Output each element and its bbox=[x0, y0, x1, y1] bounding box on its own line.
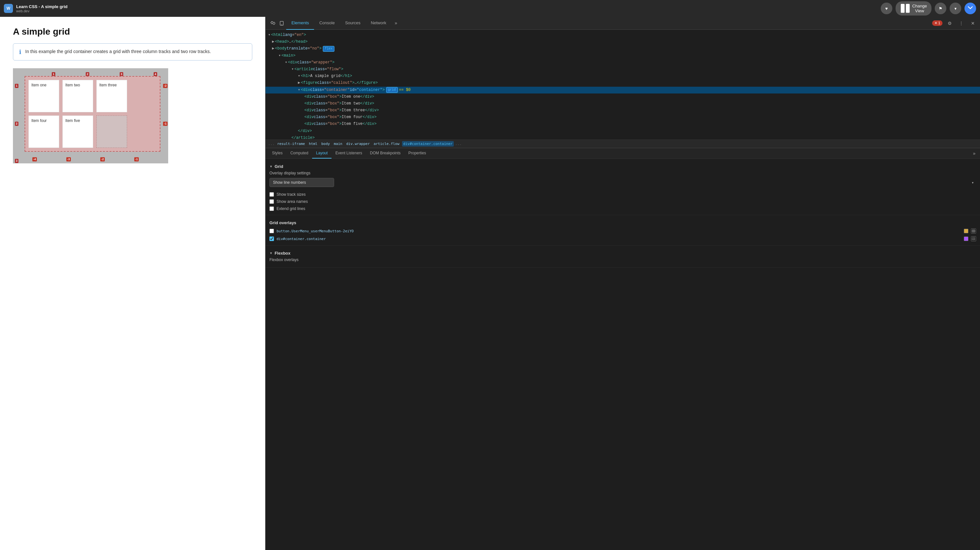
bc-main[interactable]: main bbox=[332, 141, 344, 147]
device-icon[interactable] bbox=[277, 19, 286, 28]
dom-line[interactable]: ▾ <article class="flow" > bbox=[266, 66, 980, 73]
preview-panel: A simple grid ℹ In this example the grid… bbox=[0, 17, 265, 550]
overlay-checkbox-2[interactable] bbox=[269, 236, 274, 241]
dom-line[interactable]: ▾ <main> bbox=[266, 53, 980, 59]
show-area-names-row[interactable]: Show area names bbox=[269, 198, 976, 205]
show-area-names-checkbox[interactable] bbox=[269, 199, 274, 204]
dom-line[interactable]: <div class="box" >Item five</div> bbox=[266, 121, 980, 128]
dom-line[interactable]: <div class="box" >Item one</div> bbox=[266, 94, 980, 100]
tab-event-listeners[interactable]: Event Listeners bbox=[331, 148, 366, 158]
show-track-sizes-checkbox[interactable] bbox=[269, 192, 274, 197]
flexbox-section-label: Flexbox bbox=[275, 251, 290, 256]
overlay-checkbox-1[interactable] bbox=[269, 229, 274, 233]
grid-arrow: ▼ bbox=[269, 165, 273, 168]
extend-grid-lines-checkbox[interactable] bbox=[269, 206, 274, 211]
dom-line[interactable]: <div class="box" >Item four</div> bbox=[266, 114, 980, 121]
tab-network[interactable]: Network bbox=[366, 17, 392, 30]
overlay-row-1: button.UserMenu_userMenuButton-2eiYO bbox=[269, 227, 976, 235]
line-numbers-select[interactable]: Show line numbers Show track sizes Show … bbox=[269, 178, 334, 187]
tab-more[interactable]: » bbox=[391, 17, 401, 30]
tab-computed[interactable]: Computed bbox=[286, 148, 312, 158]
flexbox-overlays-label: Flexbox overlays bbox=[269, 258, 976, 262]
dom-line[interactable]: ▶ <body translate="no" > flex bbox=[266, 45, 980, 52]
dom-line-selected[interactable]: ▾ <div class="container" id="container" … bbox=[266, 87, 980, 94]
grid-cell-1: Item one bbox=[29, 80, 59, 112]
layout-panel: ▼ Grid Overlay display settings Show lin… bbox=[266, 159, 980, 550]
dom-line[interactable]: ▾ <h1>A simple grid</h1> bbox=[266, 73, 980, 80]
tab-sources[interactable]: Sources bbox=[340, 17, 366, 30]
site-url: web.dev bbox=[16, 9, 68, 13]
dom-line[interactable]: ▾ <div class="wrapper" > bbox=[266, 59, 980, 66]
select-wrapper: Show line numbers Show track sizes Show … bbox=[269, 178, 976, 187]
bc-end-ellipsis[interactable]: ... bbox=[455, 142, 461, 146]
overlay-color-1[interactable] bbox=[964, 229, 968, 233]
dom-line[interactable]: <div class="box" >Item three</div> bbox=[266, 107, 980, 114]
flexbox-arrow: ▼ bbox=[269, 251, 273, 255]
breadcrumb: ... result-iframe html body main div.wra… bbox=[266, 140, 980, 148]
panel-tabs: Styles Computed Layout Event Listeners D… bbox=[266, 148, 980, 159]
bc-ellipsis[interactable]: ... bbox=[268, 142, 275, 146]
bc-html[interactable]: html bbox=[308, 141, 319, 147]
info-icon: ℹ bbox=[19, 49, 21, 56]
overlay-grid-icon-2[interactable] bbox=[971, 236, 976, 241]
tab-styles[interactable]: Styles bbox=[268, 148, 286, 158]
dom-line[interactable]: <div class="box" >Item two</div> bbox=[266, 100, 980, 107]
dom-line[interactable]: </div> bbox=[266, 128, 980, 135]
ps-button[interactable] bbox=[964, 3, 976, 14]
overlay-settings-label: Overlay display settings bbox=[269, 171, 976, 175]
grid-background: 1 2 3 4 -3 1 2 3 -2 -1 -4 -3 -2 -1 bbox=[13, 68, 168, 163]
dom-line[interactable]: ▾ <html lang="en" > bbox=[266, 32, 980, 38]
bc-article-flow[interactable]: article.flow bbox=[372, 141, 401, 147]
bc-body[interactable]: body bbox=[320, 141, 331, 147]
dom-line[interactable]: </article> bbox=[266, 135, 980, 140]
show-area-names-label: Show area names bbox=[277, 199, 308, 204]
bc-result-iframe[interactable]: result-iframe bbox=[276, 141, 306, 147]
change-view-button[interactable]: Change View bbox=[896, 1, 931, 16]
grid-section-label: Grid bbox=[275, 164, 283, 169]
overlay-label-2[interactable]: div#container.container bbox=[277, 237, 961, 241]
flexbox-section-header[interactable]: ▼ Flexbox bbox=[269, 248, 976, 258]
site-icon: W bbox=[4, 4, 13, 13]
overlay-color-2[interactable] bbox=[964, 236, 968, 241]
show-track-sizes-row[interactable]: Show track sizes bbox=[269, 191, 976, 198]
grid-cell-4: Item four bbox=[29, 115, 59, 148]
bc-divcontainer[interactable]: div#container.container bbox=[402, 141, 454, 147]
grid-container: Item one Item two Item three Item four I… bbox=[25, 76, 161, 152]
grid-overlays-label: Grid overlays bbox=[269, 220, 296, 225]
dom-line[interactable]: ▶ <figure class="callout" >…</figure> bbox=[266, 80, 980, 86]
grid-section-header[interactable]: ▼ Grid bbox=[269, 161, 976, 171]
devtools-tabs: Elements Console Sources Network » ✕ 1 ⚙… bbox=[266, 17, 980, 30]
devtools-panel: Elements Console Sources Network » ✕ 1 ⚙… bbox=[265, 17, 980, 550]
tab-elements[interactable]: Elements bbox=[286, 17, 314, 30]
dropdown-button[interactable]: ▾ bbox=[950, 3, 961, 14]
close-icon[interactable]: ✕ bbox=[968, 19, 977, 28]
browser-bar: W Learn CSS - A simple grid web.dev ♥ Ch… bbox=[0, 0, 980, 17]
extend-grid-lines-label: Extend grid lines bbox=[277, 206, 305, 211]
grid-overlays-header: Grid overlays bbox=[269, 218, 976, 227]
site-title: Learn CSS - A simple grid web.dev bbox=[16, 4, 68, 13]
tab-console[interactable]: Console bbox=[314, 17, 340, 30]
settings-icon[interactable]: ⚙ bbox=[945, 19, 954, 28]
dom-tree: ▾ <html lang="en" > ▶ <head>…</head> ▶ <… bbox=[266, 30, 980, 140]
pin-button[interactable]: ⚑ bbox=[935, 3, 947, 14]
overlay-label-1[interactable]: button.UserMenu_userMenuButton-2eiYO bbox=[277, 229, 961, 233]
inspect-icon[interactable] bbox=[268, 19, 277, 28]
more-icon[interactable]: ⋮ bbox=[957, 19, 966, 28]
tab-properties[interactable]: Properties bbox=[405, 148, 430, 158]
dom-line[interactable]: ▶ <head>…</head> bbox=[266, 38, 980, 45]
favorite-button[interactable]: ♥ bbox=[881, 3, 892, 14]
panel-more-tabs[interactable]: » bbox=[971, 148, 977, 158]
tab-dom-breakpoints[interactable]: DOM Breakpoints bbox=[366, 148, 405, 158]
bc-divwrapper[interactable]: div.wrapper bbox=[345, 141, 371, 147]
select-arrow-icon: ▾ bbox=[972, 181, 974, 184]
extend-grid-lines-row[interactable]: Extend grid lines bbox=[269, 205, 976, 212]
svg-rect-2 bbox=[280, 21, 283, 25]
grid-cell-5: Item five bbox=[62, 115, 93, 148]
info-text: In this example the grid container creat… bbox=[25, 48, 211, 56]
grid-overlays-section: Grid overlays button.UserMenu_userMenuBu… bbox=[266, 215, 980, 246]
grid-cell-empty bbox=[96, 115, 127, 148]
overlay-row-2: div#container.container bbox=[269, 235, 976, 243]
tab-layout[interactable]: Layout bbox=[312, 148, 331, 158]
overlay-grid-icon-1[interactable] bbox=[971, 228, 976, 234]
site-title-main: Learn CSS - A simple grid bbox=[16, 4, 68, 9]
